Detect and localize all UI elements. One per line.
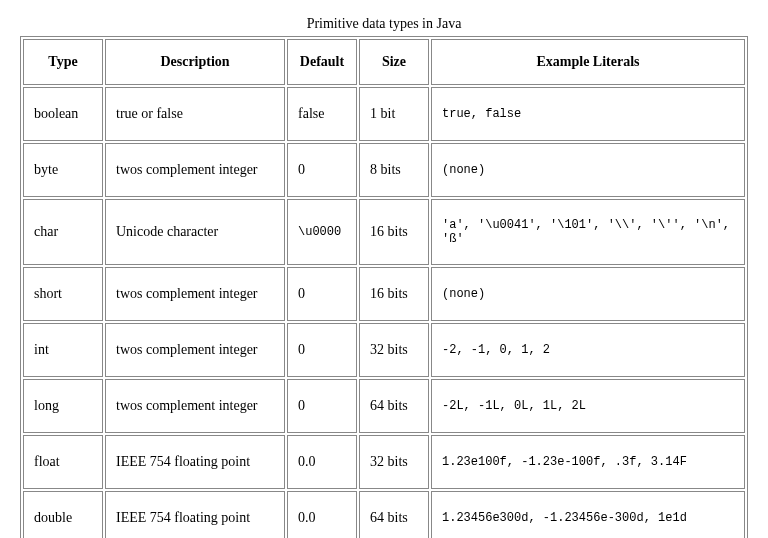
cell-default: false: [287, 87, 357, 141]
cell-description: IEEE 754 floating point: [105, 435, 285, 489]
cell-type: byte: [23, 143, 103, 197]
cell-examples: -2L, -1L, 0L, 1L, 2L: [431, 379, 745, 433]
cell-type: char: [23, 199, 103, 265]
cell-default: 0: [287, 267, 357, 321]
cell-examples: 1.23e100f, -1.23e-100f, .3f, 3.14F: [431, 435, 745, 489]
cell-description: twos complement integer: [105, 379, 285, 433]
cell-size: 8 bits: [359, 143, 429, 197]
cell-default: 0: [287, 323, 357, 377]
col-header-type: Type: [23, 39, 103, 85]
col-header-size: Size: [359, 39, 429, 85]
table-caption: Primitive data types in Java: [20, 16, 748, 32]
cell-description: true or false: [105, 87, 285, 141]
cell-type: long: [23, 379, 103, 433]
data-types-table: Type Description Default Size Example Li…: [20, 36, 748, 538]
table-row: long twos complement integer 0 64 bits -…: [23, 379, 745, 433]
cell-type: short: [23, 267, 103, 321]
table-row: float IEEE 754 floating point 0.0 32 bit…: [23, 435, 745, 489]
col-header-examples: Example Literals: [431, 39, 745, 85]
cell-description: IEEE 754 floating point: [105, 491, 285, 538]
col-header-description: Description: [105, 39, 285, 85]
cell-type: boolean: [23, 87, 103, 141]
table-row: byte twos complement integer 0 8 bits (n…: [23, 143, 745, 197]
cell-size: 64 bits: [359, 491, 429, 538]
cell-size: 64 bits: [359, 379, 429, 433]
cell-size: 16 bits: [359, 267, 429, 321]
cell-size: 1 bit: [359, 87, 429, 141]
cell-type: double: [23, 491, 103, 538]
cell-description: Unicode character: [105, 199, 285, 265]
cell-size: 32 bits: [359, 323, 429, 377]
cell-examples: 'a', '\u0041', '\101', '\\', '\'', '\n',…: [431, 199, 745, 265]
cell-default: 0.0: [287, 491, 357, 538]
table-row: char Unicode character \u0000 16 bits 'a…: [23, 199, 745, 265]
cell-default: 0: [287, 143, 357, 197]
cell-default: 0: [287, 379, 357, 433]
cell-type: int: [23, 323, 103, 377]
cell-examples: (none): [431, 267, 745, 321]
cell-description: twos complement integer: [105, 143, 285, 197]
table-header-row: Type Description Default Size Example Li…: [23, 39, 745, 85]
table-row: boolean true or false false 1 bit true, …: [23, 87, 745, 141]
cell-examples: -2, -1, 0, 1, 2: [431, 323, 745, 377]
table-row: int twos complement integer 0 32 bits -2…: [23, 323, 745, 377]
cell-examples: 1.23456e300d, -1.23456e-300d, 1e1d: [431, 491, 745, 538]
cell-examples: true, false: [431, 87, 745, 141]
cell-default: 0.0: [287, 435, 357, 489]
cell-description: twos complement integer: [105, 267, 285, 321]
cell-default: \u0000: [287, 199, 357, 265]
cell-size: 32 bits: [359, 435, 429, 489]
cell-description: twos complement integer: [105, 323, 285, 377]
table-row: double IEEE 754 floating point 0.0 64 bi…: [23, 491, 745, 538]
cell-type: float: [23, 435, 103, 489]
table-row: short twos complement integer 0 16 bits …: [23, 267, 745, 321]
cell-size: 16 bits: [359, 199, 429, 265]
cell-examples: (none): [431, 143, 745, 197]
col-header-default: Default: [287, 39, 357, 85]
